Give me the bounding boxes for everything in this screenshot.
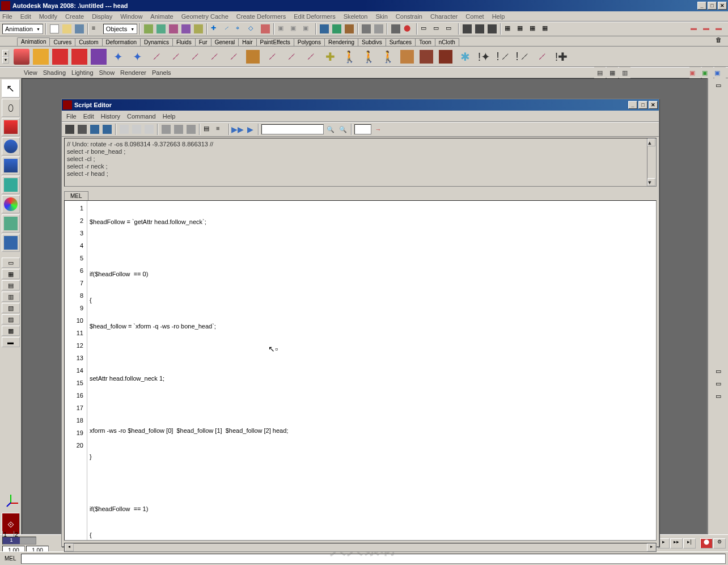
se-show-history-icon[interactable] [160, 124, 172, 135]
se-source-icon[interactable] [77, 124, 88, 135]
selection-mode-dropdown[interactable]: Objects [103, 24, 137, 34]
se-hscroll-right[interactable]: ▸ [647, 543, 656, 551]
shelf-tab-polygons[interactable]: Polygons [294, 38, 325, 46]
vp-menu-renderer[interactable]: Renderer [120, 69, 146, 76]
shelf-tab-custom[interactable]: Custom [75, 38, 102, 46]
se-search-up-icon[interactable]: 🔍 [337, 124, 349, 135]
move-tool[interactable] [2, 118, 20, 136]
open-scene-button[interactable] [61, 23, 73, 35]
vp-menu-shading[interactable]: Shading [43, 69, 66, 76]
menu-window[interactable]: Window [120, 13, 142, 20]
snap-curve-icon[interactable]: ⟋ [222, 23, 234, 35]
shelf-tab-hair[interactable]: Hair [238, 38, 256, 46]
current-frame[interactable]: 1 [3, 537, 20, 544]
layout-custom4[interactable]: ▨ [2, 314, 20, 324]
shelf-icon-setkey[interactable] [12, 48, 31, 66]
layout-custom1[interactable]: ▤ [2, 280, 20, 290]
shelf-icon-29[interactable]: !✚ [552, 48, 570, 66]
ipr-render-icon[interactable] [331, 23, 342, 35]
shelf-icon-15[interactable]: ⟋ [282, 48, 300, 66]
misc-c-icon[interactable] [390, 23, 401, 35]
vp-channel-box-icon[interactable]: ▣ [714, 67, 726, 78]
vp-layout-1-icon[interactable]: ▤ [594, 67, 606, 78]
menu-animate[interactable]: Animate [150, 13, 173, 20]
shelf-tab-subdivs[interactable]: Subdivs [358, 38, 386, 46]
shelf-icon-3[interactable] [51, 48, 69, 66]
lasso-tool[interactable]: ⬯ [2, 99, 20, 117]
shelf-icon-16[interactable]: ⟋ [302, 48, 320, 66]
clapboard-a-icon[interactable] [462, 23, 473, 35]
maximize-button[interactable]: □ [708, 2, 717, 10]
shelf-tab-down[interactable]: ▾ [2, 57, 9, 64]
layout-custom5[interactable]: ▩ [2, 326, 20, 336]
se-maximize-button[interactable]: □ [638, 101, 647, 109]
shelf-tab-fluids[interactable]: Fluids [172, 38, 196, 46]
shelf-tab-toon[interactable]: Toon [415, 38, 435, 46]
se-menu-edit[interactable]: Edit [83, 113, 94, 120]
se-show-input-icon[interactable] [173, 124, 184, 135]
vp-menu-view[interactable]: View [24, 69, 37, 76]
shelf-icon-joint[interactable]: ⟋ [147, 48, 166, 66]
selection-mask-toggle[interactable]: ≡ [91, 23, 102, 35]
render-globals-icon[interactable] [344, 23, 355, 35]
se-search-down-icon[interactable]: 🔍 [325, 124, 336, 135]
menu-display[interactable]: Display [92, 13, 112, 20]
soft-mod-tool[interactable] [2, 195, 20, 213]
layout-custom3[interactable]: ▧ [2, 303, 20, 313]
layout-c-icon[interactable]: ▭ [445, 23, 456, 35]
se-save-shelf-icon[interactable] [101, 124, 113, 135]
menu-create[interactable]: Create [65, 13, 84, 20]
menu-modify[interactable]: Modify [39, 13, 57, 20]
rotate-tool[interactable] [2, 137, 20, 155]
sel-handle-icon[interactable] [143, 23, 154, 35]
se-execute-all-icon[interactable]: ▶ [244, 124, 256, 135]
shelf-icon-9[interactable]: ⟋ [167, 48, 185, 66]
menu-edit-deformers[interactable]: Edit Deformers [294, 13, 335, 20]
se-search-field[interactable] [261, 124, 324, 134]
shelf-icon-20[interactable]: 🚶 [379, 48, 397, 66]
menu-constrain[interactable]: Constrain [396, 13, 422, 20]
clapboard-c-icon[interactable] [486, 23, 498, 35]
shelf-icon-27[interactable]: !⟋ [514, 48, 532, 66]
menu-comet[interactable]: Comet [465, 13, 484, 20]
universal-manip-tool[interactable] [2, 176, 20, 194]
shelf-tab-up[interactable]: ▴ [2, 50, 9, 57]
channel-icon-b[interactable]: ▭ [713, 378, 724, 389]
layout-a-icon[interactable]: ▭ [420, 23, 431, 35]
shelf-tab-painteffects[interactable]: PaintEffects [256, 38, 294, 46]
channel-box-toggle-icon[interactable]: ▬ [689, 23, 701, 35]
se-clear-history-icon[interactable] [118, 124, 130, 135]
show-manip-tool[interactable] [2, 214, 20, 233]
se-minimize-button[interactable]: _ [628, 101, 637, 109]
shelf-icon-25[interactable]: !✦ [475, 48, 493, 66]
snap-plane-icon[interactable]: ◇ [247, 23, 259, 35]
menu-help[interactable]: Help [492, 13, 505, 20]
new-scene-button[interactable] [49, 23, 60, 35]
se-line-numbers-icon[interactable]: ≡ [215, 124, 226, 135]
misc-d-icon[interactable]: ⬤ [403, 23, 414, 35]
sel-joint-icon[interactable] [155, 23, 167, 35]
script-editor-output[interactable]: // Undo: rotate -r -os 8.098314 -9.37266… [64, 138, 657, 187]
shelf-tab-ncloth[interactable]: nCloth [435, 38, 459, 46]
layout-custom6[interactable]: ▬ [2, 337, 20, 347]
shelf-tab-rendering[interactable]: Rendering [324, 38, 358, 46]
se-echo-icon[interactable]: ▤ [202, 124, 214, 135]
sel-surface-icon[interactable] [180, 23, 192, 35]
layout-custom2[interactable]: ▥ [2, 292, 20, 302]
autokey-button[interactable]: ⬤ [700, 538, 713, 549]
shelf-icon-17[interactable]: ✚ [321, 48, 339, 66]
se-close-button[interactable]: ✕ [649, 101, 658, 109]
se-open-icon[interactable] [64, 124, 75, 135]
grid-a-icon[interactable]: ▦ [503, 23, 515, 35]
menu-skeleton[interactable]: Skeleton [344, 13, 368, 20]
last-tool[interactable] [2, 234, 20, 252]
menu-skin[interactable]: Skin [375, 13, 387, 20]
se-menu-help[interactable]: Help [163, 113, 176, 120]
se-menu-history[interactable]: History [101, 113, 120, 120]
se-splitter[interactable] [62, 188, 659, 190]
shelf-icon-26[interactable]: !⟋ [494, 48, 513, 66]
save-scene-button[interactable] [74, 23, 85, 35]
script-editor-input[interactable]: 1234567891011121314151617181920 $headFol… [64, 200, 657, 541]
menu-edit[interactable]: Edit [20, 13, 31, 20]
menu-geometry-cache[interactable]: Geometry Cache [181, 13, 228, 20]
